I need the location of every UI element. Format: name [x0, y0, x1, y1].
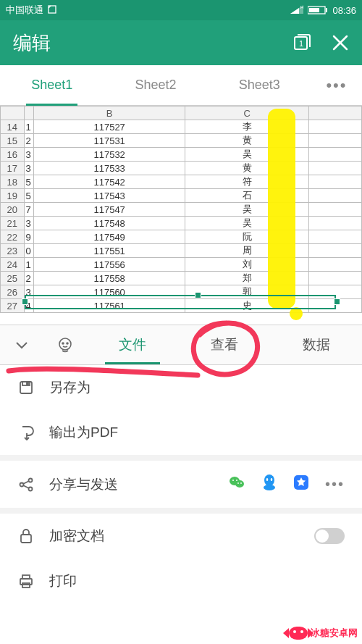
row-header[interactable]: 17: [1, 162, 25, 175]
row-header[interactable]: 25: [1, 272, 25, 285]
spreadsheet[interactable]: B C 141117527李152117531黄163117532吴173117…: [0, 106, 362, 325]
cell[interactable]: [309, 299, 362, 313]
cell[interactable]: 3: [24, 162, 34, 175]
cell[interactable]: 3: [24, 148, 34, 162]
table-row[interactable]: 173117533黄: [1, 162, 362, 175]
table-row[interactable]: 241117556刘: [1, 258, 362, 272]
menu-share[interactable]: 分享与发送 •••: [0, 461, 362, 508]
row-header[interactable]: 15: [1, 134, 25, 148]
cell[interactable]: 9: [24, 230, 34, 244]
menu-save-as[interactable]: 另存为: [0, 365, 362, 410]
menu-export-pdf[interactable]: 输出为PDF: [0, 410, 362, 455]
cell[interactable]: 117527: [34, 120, 185, 134]
window-icon[interactable]: 1: [292, 33, 311, 52]
cell[interactable]: 5: [24, 189, 34, 203]
cell[interactable]: 郭: [185, 285, 308, 299]
cell[interactable]: 2: [24, 134, 34, 148]
cell[interactable]: 吴: [185, 203, 308, 217]
table-row[interactable]: 274117561史: [1, 299, 362, 313]
tab-file[interactable]: 文件: [87, 325, 179, 364]
cell[interactable]: [309, 258, 362, 272]
table-row[interactable]: 207117547吴: [1, 203, 362, 217]
row-header[interactable]: 18: [1, 175, 25, 189]
menu-print[interactable]: 打印: [0, 559, 362, 603]
row-header[interactable]: 27: [1, 299, 25, 313]
cell[interactable]: 1: [24, 120, 34, 134]
row-header[interactable]: 22: [1, 230, 25, 244]
cell[interactable]: [309, 162, 362, 175]
cell[interactable]: 117549: [34, 230, 185, 244]
cell[interactable]: [309, 175, 362, 189]
cell[interactable]: [309, 148, 362, 162]
cell[interactable]: [309, 272, 362, 285]
tab-view[interactable]: 查看: [179, 325, 271, 364]
cell[interactable]: 117542: [34, 175, 185, 189]
cell[interactable]: 史: [185, 299, 308, 313]
sheet-tab-1[interactable]: Sheet1: [0, 65, 104, 105]
cell[interactable]: 黄: [185, 162, 308, 175]
cell[interactable]: 117531: [34, 134, 185, 148]
table-row[interactable]: 185117542符: [1, 175, 362, 189]
cell[interactable]: 117560: [34, 285, 185, 299]
cell[interactable]: 3: [24, 285, 34, 299]
table-row[interactable]: 163117532吴: [1, 148, 362, 162]
row-header[interactable]: 24: [1, 258, 25, 272]
cell[interactable]: 5: [24, 175, 34, 189]
table-row[interactable]: 213117548吴: [1, 217, 362, 230]
table-row[interactable]: 263117560郭: [1, 285, 362, 299]
cell[interactable]: 吴: [185, 148, 308, 162]
row-header[interactable]: 20: [1, 203, 25, 217]
row-header[interactable]: 19: [1, 189, 25, 203]
collapse-button[interactable]: [0, 325, 43, 364]
encrypt-toggle[interactable]: [314, 528, 345, 544]
cell[interactable]: 吴: [185, 217, 308, 230]
row-header[interactable]: 26: [1, 285, 25, 299]
cell[interactable]: 117532: [34, 148, 185, 162]
table-row[interactable]: 230117551周: [1, 244, 362, 258]
cell[interactable]: 117533: [34, 162, 185, 175]
table-row[interactable]: 152117531黄: [1, 134, 362, 148]
table-row[interactable]: 141117527李: [1, 120, 362, 134]
table-row[interactable]: 229117549阮: [1, 230, 362, 244]
cell[interactable]: 刘: [185, 258, 308, 272]
cell[interactable]: [309, 189, 362, 203]
cell[interactable]: [309, 134, 362, 148]
cell[interactable]: 郑: [185, 272, 308, 285]
table-row[interactable]: 195117543石: [1, 189, 362, 203]
row-header[interactable]: 16: [1, 148, 25, 162]
cell[interactable]: 117561: [34, 299, 185, 313]
cell[interactable]: 3: [24, 217, 34, 230]
cell[interactable]: 4: [24, 299, 34, 313]
row-header[interactable]: 23: [1, 244, 25, 258]
sheet-tab-3[interactable]: Sheet3: [208, 65, 311, 105]
row-header[interactable]: 21: [1, 217, 25, 230]
close-icon[interactable]: [332, 34, 349, 51]
cell[interactable]: 李: [185, 120, 308, 134]
row-header[interactable]: 14: [1, 120, 25, 134]
cell[interactable]: 117558: [34, 272, 185, 285]
cell[interactable]: 117556: [34, 258, 185, 272]
more-icon[interactable]: •••: [325, 476, 345, 493]
cell[interactable]: [309, 120, 362, 134]
cell[interactable]: [309, 230, 362, 244]
assistant-icon[interactable]: [43, 325, 87, 364]
cell[interactable]: 符: [185, 175, 308, 189]
cell[interactable]: 117551: [34, 244, 185, 258]
tab-data[interactable]: 数据: [270, 325, 362, 364]
cell[interactable]: 2: [24, 272, 34, 285]
cell[interactable]: 1: [24, 258, 34, 272]
cell[interactable]: [309, 285, 362, 299]
cell[interactable]: 黄: [185, 134, 308, 148]
menu-encrypt[interactable]: 加密文档: [0, 514, 362, 559]
cell[interactable]: 阮: [185, 230, 308, 244]
cell[interactable]: 117543: [34, 189, 185, 203]
wechat-icon[interactable]: [228, 474, 245, 495]
cell[interactable]: 117548: [34, 217, 185, 230]
cell[interactable]: 7: [24, 203, 34, 217]
sheet-tab-2[interactable]: Sheet2: [104, 65, 207, 105]
cell[interactable]: [309, 203, 362, 217]
qq-icon[interactable]: [261, 474, 277, 495]
cell[interactable]: 117547: [34, 203, 185, 217]
cell[interactable]: [309, 244, 362, 258]
cell[interactable]: 周: [185, 244, 308, 258]
